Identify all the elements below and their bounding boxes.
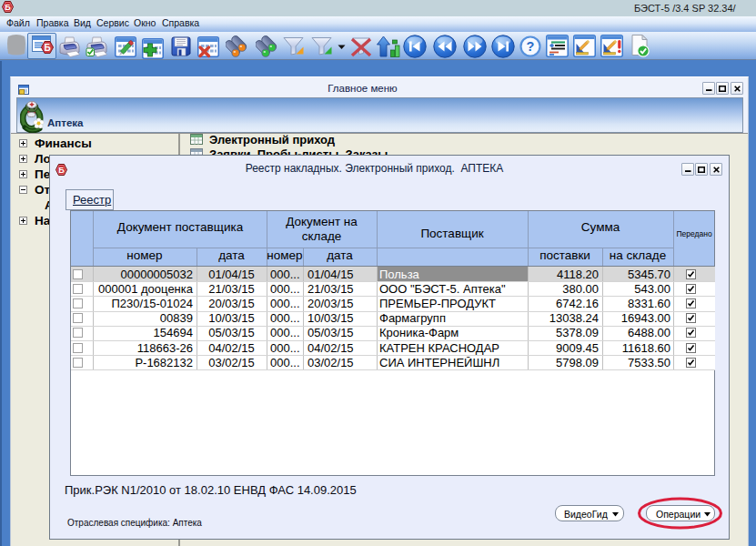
svg-text:Б: Б — [58, 166, 65, 175]
svg-text:Б: Б — [5, 3, 11, 12]
svg-text:Б: Б — [44, 43, 50, 53]
svg-text:?: ? — [527, 39, 535, 54]
